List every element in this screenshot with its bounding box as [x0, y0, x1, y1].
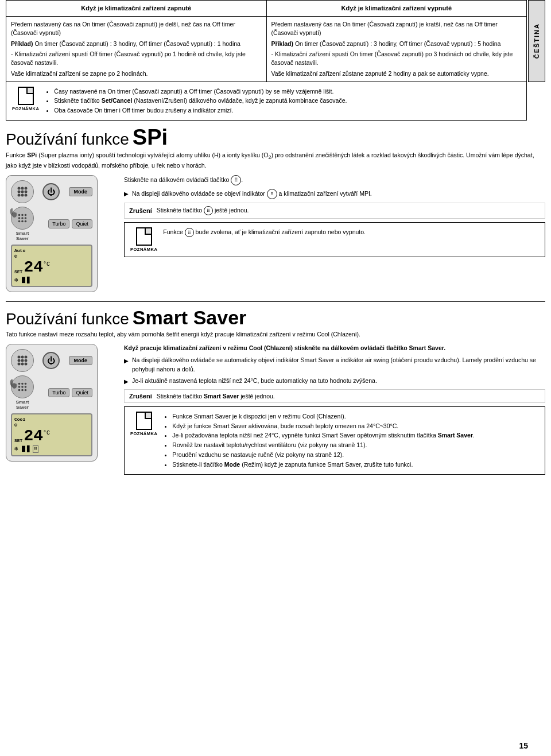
smart-saver-label: SmartSaver: [16, 231, 29, 241]
col2-text1: Předem nastavený čas na On timer (Časova…: [271, 20, 522, 37]
remote-smart-saver-btn-ss[interactable]: [11, 375, 34, 398]
svg-point-26: [25, 362, 28, 365]
svg-point-7: [21, 193, 24, 196]
col1-text2: Příklad) On timer (Časovač zapnutí) : 3 …: [11, 40, 262, 48]
svg-point-22: [21, 359, 24, 362]
document-icon: [18, 87, 34, 105]
svg-point-25: [21, 362, 24, 365]
display-set-label-ss: SET: [14, 438, 22, 443]
remote-quiet-button[interactable]: Quiet: [72, 219, 92, 228]
spi-arrow-point: ▶ Na displeji dálkového ovládače se obje…: [124, 189, 545, 199]
note-spi-icon: POZNÁMKA: [130, 227, 157, 252]
svg-point-3: [18, 190, 21, 193]
remote-spi-button[interactable]: [11, 180, 34, 203]
svg-point-4: [21, 190, 24, 193]
smart-saver-label-ss: SmartSaver: [16, 400, 29, 410]
poznámka-label-spi: POZNÁMKA: [130, 247, 157, 252]
spi-subtitle: Funkce SPi (Super plazma ionty) spouští …: [6, 151, 545, 170]
svg-point-14: [25, 217, 27, 219]
svg-point-29: [25, 382, 27, 385]
col2-text3: - Klimatizační zařízení spustí On timer …: [271, 50, 522, 67]
note-icon-col: POZNÁMKA: [12, 87, 39, 111]
display-grid-ss: ⠿: [33, 445, 38, 453]
svg-point-19: [21, 355, 24, 358]
svg-point-21: [18, 359, 21, 362]
display-deg-c: °C: [43, 261, 50, 267]
note-item-2: Stiskněte tlačítko Set/Cancel (Nastavení…: [54, 96, 347, 106]
poznámka-label-ss: POZNÁMKA: [130, 431, 157, 436]
svg-point-5: [25, 190, 28, 193]
spi-remote-instruction: ⏻ Mode: [6, 175, 545, 292]
ss-zruseni-bar: Zrušení Stiskněte tlačítko Smart Saver j…: [124, 389, 545, 403]
svg-point-17: [25, 220, 27, 223]
zruseni-label-ss: Zrušení: [129, 393, 152, 400]
timer-combination-table: Když je klimatizační zařízení zapnuté Kd…: [6, 0, 527, 82]
ss-bullet-1: ▶ Na displeji dálkového ovládače se auto…: [124, 356, 545, 374]
svg-point-20: [25, 355, 28, 358]
note-item-2-text: Stiskněte tlačítko Set/Cancel (Nastavení…: [54, 97, 347, 104]
smart-saver-title-row: Používání funkce Smart Saver: [6, 307, 545, 329]
smart-saver-remote-instruction: ⏻ Mode: [6, 344, 545, 478]
table-header-off: Když je klimatizační zařízení vypnuté: [266, 1, 527, 17]
language-label: ČEŠTINA: [533, 23, 540, 59]
remote-control-spi: ⏻ Mode: [6, 175, 115, 292]
svg-point-11: [25, 214, 27, 216]
remote-smart-saver-button[interactable]: [11, 207, 34, 230]
language-sidebar: ČEŠTINA: [528, 0, 545, 82]
smart-saver-title-prefix: Používání funkce: [6, 310, 129, 328]
remote-display-spi: Auto ⚙ SET 24 °C ❄ ▐▌▊: [11, 245, 92, 287]
zruseni-label-spi: Zrušení: [129, 207, 152, 214]
note-spi-content: Funkce ⠿ bude zvolena, ať je klimatizačn…: [163, 227, 366, 252]
display-snowflake-ss: ❄: [14, 445, 18, 452]
svg-point-1: [21, 187, 24, 189]
quiet-btn-ss[interactable]: Quiet: [72, 388, 92, 397]
spi-instructions: Stiskněte na dálkovém ovládači tlačítko …: [124, 175, 545, 261]
page-number: 15: [519, 741, 528, 750]
note-item-3: Oba časovače On timer i Off timer budou …: [54, 106, 347, 115]
remote-power-button[interactable]: ⏻: [42, 183, 60, 200]
note-ss-icon-col: POZNÁMKA: [130, 412, 157, 470]
mpi-indicator-icon: ⠿: [267, 189, 277, 199]
col1-text4: Vaše klimatizační zařízení se zapne po 2…: [11, 69, 262, 78]
spi-section: Používání funkce SPi Funkce SPi (Super p…: [6, 125, 545, 292]
spi-instr-text: Stiskněte na dálkovém ovládači tlačítko …: [124, 175, 545, 185]
col1-text1: Předem nastavený čas na On timer (Časova…: [11, 20, 262, 37]
svg-point-23: [25, 359, 28, 362]
note-content-timer: Časy nastavené na On timer (Časovači zap…: [45, 87, 347, 115]
ss-bullet-2: ▶ Je-li aktuálně nastavená teplota nižší…: [124, 377, 545, 386]
svg-point-15: [18, 220, 21, 223]
smart-saver-text-col: Když pracuje klimatizační zařízení v rež…: [124, 344, 545, 478]
remote-power-btn-ss[interactable]: ⏻: [42, 352, 60, 369]
ss-note-5: Proudění vzduchu se nastavuje ručně (viz…: [172, 450, 475, 460]
smart-saver-title-bold: Smart Saver: [133, 307, 246, 329]
note-box-spi: POZNÁMKA Funkce ⠿ bude zvolena, ať je kl…: [124, 222, 545, 257]
col2-text2: Příklad) On timer (Časovač zapnutí) : 3 …: [271, 40, 522, 48]
svg-point-16: [21, 220, 24, 223]
spi-zruseni-bar: Zrušení Stiskněte tlačítko ⠿ ještě jedno…: [124, 203, 545, 219]
spi-button-icon: ⠿: [231, 175, 241, 185]
doc-icon-spi: [136, 227, 152, 246]
remote-mode-button[interactable]: Mode: [69, 187, 93, 196]
remote-control-smart-saver: ⏻ Mode: [6, 344, 115, 462]
col2-text4: Vaše klimatizační zařízení zůstane zapnu…: [271, 69, 522, 78]
display-auto-label: Auto: [14, 248, 89, 253]
note-box-timer: POZNÁMKA Časy nastavené na On timer (Čas…: [6, 82, 527, 121]
svg-point-6: [18, 193, 21, 196]
ss-note-1: Funkce Snmart Saver je k dispozici jen v…: [172, 412, 475, 421]
svg-point-32: [25, 386, 27, 388]
ss-note-6: Stisknete-li tlačítko Mode (Režim) když …: [172, 460, 475, 470]
table-cell-on: Předem nastavený čas na On timer (Časova…: [6, 17, 267, 82]
ss-note-2: Když je funkce Smart Saver aktivována, b…: [172, 421, 475, 431]
note-label: POZNÁMKA: [12, 106, 39, 111]
svg-point-24: [18, 362, 21, 365]
cancel-button-icon: ⠿: [204, 206, 213, 215]
svg-point-2: [25, 187, 28, 189]
remote-mode-btn-ss[interactable]: Mode: [69, 356, 93, 365]
remote-turbo-button[interactable]: Turbo: [48, 219, 69, 228]
turbo-btn-ss[interactable]: Turbo: [48, 388, 69, 397]
smart-saver-section: Používání funkce Smart Saver Tato funkce…: [6, 307, 545, 478]
svg-point-35: [25, 389, 27, 391]
remote-spi-btn-ss[interactable]: [11, 349, 34, 372]
display-bar-chart: ▐▌▊: [20, 277, 30, 284]
remote-display-ss: Cool ⚙ SET 24 °C ❄ ▐▌▊ ⠿: [11, 413, 92, 456]
